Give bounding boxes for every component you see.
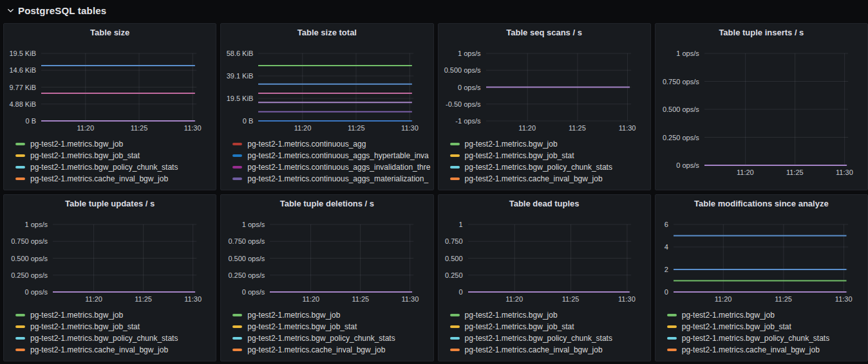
legend-item[interactable]: pg-test2-1.metrics.bgw_job_stat (15, 321, 213, 332)
y-tick-label: 0.250 (445, 271, 463, 279)
legend-swatch (15, 166, 25, 168)
legend-label: pg-test2-1.metrics.bgw_job (30, 311, 123, 320)
panel: Table tuple inserts / s 1 ops/s0.750 ops… (655, 23, 868, 190)
legend-label: pg-test2-1.metrics.continuous_agg (247, 140, 366, 149)
x-axis: 11:2011:2511:30 (53, 292, 196, 304)
y-tick-label: 2 (665, 266, 668, 273)
chart: 1 ops/s0.750 ops/s0.500 ops/s0.250 ops/s… (225, 224, 413, 292)
panel: Table tuple deletions / s 1 ops/s0.750 o… (220, 194, 433, 361)
x-axis: 11:2011:2511:30 (468, 292, 631, 304)
y-tick-label: 0.500 ops/s (663, 105, 699, 113)
legend-item[interactable]: pg-test2-1.metrics.bgw_job_stat (667, 321, 865, 332)
chart: 19.5 KiB14.6 KiB9.77 KiB4.88 KiB0 B 11:2… (8, 53, 196, 121)
legend-item[interactable]: pg-test2-1.metrics.continuous_aggs_inval… (232, 161, 430, 173)
plot-svg (41, 53, 196, 121)
legend-item[interactable]: pg-test2-1.metrics.bgw_job_stat (450, 150, 648, 161)
legend-item[interactable]: pg-test2-1.metrics.cache_inval_bgw_job (450, 344, 648, 356)
y-tick-label: 6 (665, 221, 668, 228)
chart: 10.7500.5000.2500 11:2011:2511:30 (442, 224, 631, 292)
legend-item[interactable]: pg-test2-1.metrics.bgw_job (15, 138, 213, 150)
plot-svg (468, 224, 631, 292)
y-tick-label: 39.1 KiB (227, 72, 254, 80)
y-tick-label: 0.750 (445, 237, 463, 245)
legend-item[interactable]: pg-test2-1.metrics.bgw_policy_chunk_stat… (667, 332, 865, 344)
legend-label: pg-test2-1.metrics.bgw_job (465, 311, 558, 320)
legend-item[interactable]: pg-test2-1.metrics.bgw_job_stat (450, 321, 648, 332)
y-tick-label: 0 B (25, 117, 36, 125)
legend-item[interactable]: pg-test2-1.metrics.bgw_policy_chunk_stat… (232, 332, 430, 344)
y-tick-label: -1 ops/s (455, 117, 480, 125)
legend-item[interactable]: pg-test2-1.metrics.bgw_policy_chunk_stat… (15, 161, 213, 173)
legend-item[interactable]: pg-test2-1.metrics.cache_inval_bgw_job (15, 344, 213, 356)
legend: pg-test2-1.metrics.bgw_jobpg-test2-1.met… (450, 138, 648, 185)
legend-item[interactable]: pg-test2-1.metrics.bgw_job (232, 309, 430, 321)
legend-swatch (232, 154, 242, 157)
x-tick-label: 11:30 (618, 295, 636, 303)
legend-item[interactable]: pg-test2-1.metrics.continuous_aggs_mater… (232, 173, 430, 185)
legend-item[interactable]: pg-test2-1.metrics.bgw_job (450, 138, 648, 150)
legend-item[interactable]: pg-test2-1.metrics.cache_inval_bgw_job (232, 344, 430, 356)
y-tick-label: 1 ops/s (25, 221, 48, 228)
legend: pg-test2-1.metrics.bgw_jobpg-test2-1.met… (667, 309, 865, 356)
legend-item[interactable]: pg-test2-1.metrics.cache_inval_bgw_job (15, 173, 213, 185)
legend-label: pg-test2-1.metrics.cache_inval_bgw_job (465, 174, 603, 183)
legend-item[interactable]: pg-test2-1.metrics.bgw_policy_chunk_stat… (15, 332, 213, 344)
chart: 1 ops/s0.750 ops/s0.500 ops/s0.250 ops/s… (659, 53, 848, 165)
legend-item[interactable]: pg-test2-1.metrics.bgw_job (450, 309, 648, 321)
panel-title[interactable]: Table size (4, 24, 216, 42)
panel-title[interactable]: Table tuple updates / s (4, 195, 216, 213)
legend-item[interactable]: pg-test2-1.metrics.bgw_job_stat (232, 321, 430, 332)
legend-item[interactable]: pg-test2-1.metrics.bgw_job (667, 309, 865, 321)
y-tick-label: 1 ops/s (676, 50, 699, 57)
panel-title[interactable]: Table tuple deletions / s (221, 195, 433, 213)
legend-swatch (450, 314, 460, 316)
x-tick-label: 11:20 (294, 124, 312, 132)
panel-title[interactable]: Table seq scans / s (439, 24, 650, 42)
legend-label: pg-test2-1.metrics.bgw_job_stat (247, 322, 357, 331)
x-tick-label: 11:20 (518, 124, 536, 132)
y-tick-label: 4 (665, 243, 668, 251)
legend-item[interactable]: pg-test2-1.metrics.continuous_aggs_hyper… (232, 150, 430, 161)
legend-swatch (15, 337, 25, 340)
legend-label: pg-test2-1.metrics.bgw_job (465, 140, 558, 149)
y-tick-label: 0.250 ops/s (228, 271, 265, 279)
x-tick-label: 11:20 (77, 124, 94, 132)
panel: Table tuple updates / s 1 ops/s0.750 ops… (3, 194, 216, 361)
y-axis: 1 ops/s0.500 ops/s0 ops/s-0.50 ops/s-1 o… (442, 53, 486, 121)
legend-label: pg-test2-1.metrics.continuous_aggs_mater… (247, 174, 428, 183)
legend-item[interactable]: pg-test2-1.metrics.cache_inval_bgw_job (450, 173, 648, 185)
x-tick-label: 11:30 (619, 124, 636, 132)
legend-label: pg-test2-1.metrics.cache_inval_bgw_job (682, 345, 820, 354)
legend-swatch (450, 349, 460, 351)
legend-swatch (232, 177, 242, 180)
legend-item[interactable]: pg-test2-1.metrics.continuous_agg (232, 138, 430, 150)
y-tick-label: 0.500 ops/s (444, 66, 481, 74)
x-axis: 11:2011:2511:30 (674, 292, 848, 304)
legend-swatch (450, 337, 460, 340)
row-collapse-toggle[interactable]: PostgreSQL tables (0, 0, 868, 21)
panel: Table dead tuples 10.7500.5000.2500 11:2… (438, 194, 651, 361)
panel: Table seq scans / s 1 ops/s0.500 ops/s0 … (438, 23, 651, 190)
legend: pg-test2-1.metrics.bgw_jobpg-test2-1.met… (15, 309, 213, 356)
legend-item[interactable]: pg-test2-1.metrics.bgw_policy_chunk_stat… (450, 332, 648, 344)
panel-title[interactable]: Table dead tuples (439, 195, 650, 213)
legend-item[interactable]: pg-test2-1.metrics.cache_inval_bgw_job (667, 344, 865, 356)
legend-item[interactable]: pg-test2-1.metrics.bgw_job (15, 309, 213, 321)
legend-label: pg-test2-1.metrics.bgw_job (30, 140, 123, 149)
panel-title[interactable]: Table modifications since analyze (656, 195, 867, 213)
x-tick-label: 11:30 (835, 295, 853, 303)
panel-title[interactable]: Table tuple inserts / s (656, 24, 867, 42)
x-tick-label: 11:25 (135, 295, 152, 303)
legend-swatch (450, 177, 460, 180)
legend-swatch (15, 349, 25, 351)
chart: 1 ops/s0.750 ops/s0.500 ops/s0.250 ops/s… (8, 224, 196, 292)
x-tick-label: 11:25 (569, 124, 586, 132)
legend-swatch (667, 314, 677, 316)
x-axis: 11:2011:2511:30 (258, 121, 413, 132)
y-tick-label: 0 (458, 288, 462, 296)
panel-title[interactable]: Table size total (221, 24, 433, 42)
legend: pg-test2-1.metrics.continuous_aggpg-test… (232, 138, 430, 185)
legend-item[interactable]: pg-test2-1.metrics.bgw_policy_chunk_stat… (450, 161, 648, 173)
legend-label: pg-test2-1.metrics.cache_inval_bgw_job (465, 345, 603, 354)
legend-item[interactable]: pg-test2-1.metrics.bgw_job_stat (15, 150, 213, 161)
